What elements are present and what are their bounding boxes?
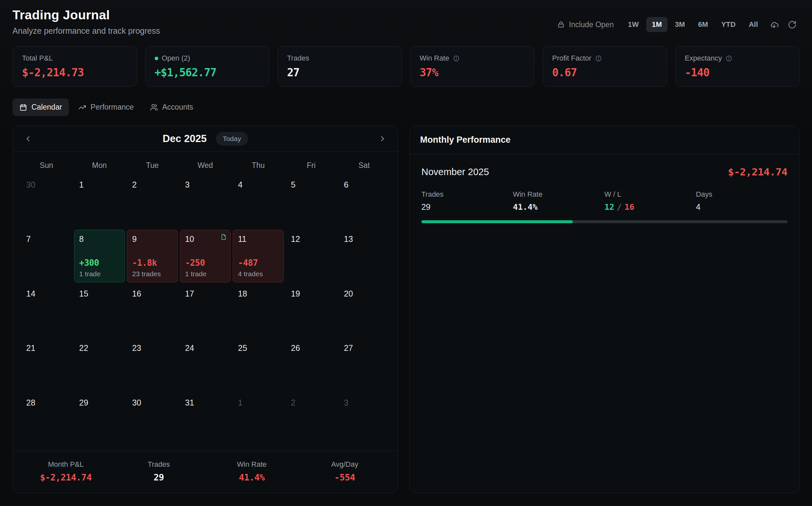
day-cell-box: 17: [180, 284, 231, 337]
day-trade-count: 1 trade: [185, 270, 226, 278]
calendar-day-cell[interactable]: 25: [232, 338, 285, 392]
include-open-toggle[interactable]: Include Open: [557, 20, 614, 29]
footer-stat-trades: Trades 29: [113, 460, 205, 483]
footer-stat-label: Trades: [113, 460, 205, 469]
day-cell-box: 23: [127, 339, 178, 391]
today-button[interactable]: Today: [216, 132, 248, 146]
day-number: 31: [185, 398, 226, 408]
stat-label: Total P&L: [22, 54, 128, 63]
day-cell-box: 16: [127, 284, 178, 337]
range-button[interactable]: YTD: [716, 17, 741, 32]
calendar-day-cell[interactable]: 8+3001 trade: [73, 229, 126, 283]
calendar-day-cell[interactable]: 24: [179, 338, 232, 392]
day-number: 29: [79, 398, 120, 408]
calendar-day-cell[interactable]: 7: [20, 229, 73, 283]
calendar-day-cell[interactable]: 30: [20, 174, 73, 229]
range-button[interactable]: 1M: [646, 17, 668, 32]
day-number: 30: [132, 398, 173, 408]
day-number: 28: [26, 398, 67, 408]
calendar-day-cell[interactable]: 11-4874 trades: [232, 229, 285, 283]
calendar-day-cell[interactable]: 27: [338, 338, 391, 392]
day-cell-box: 2: [286, 394, 337, 446]
topbar: Trading Journal Analyze performance and …: [12, 8, 800, 36]
chevron-right-icon: [379, 135, 386, 142]
day-trade-count: 4 trades: [238, 270, 278, 278]
calendar-day-cell[interactable]: 1: [232, 393, 285, 447]
calendar-day-cell[interactable]: 9-1.8k23 trades: [126, 229, 179, 283]
monthly-performance-body: November 2025 $-2,214.74 Trades 29 Win R…: [410, 154, 799, 235]
calendar-day-cell[interactable]: 26: [285, 338, 338, 392]
calendar-day-cell[interactable]: 17: [179, 283, 232, 338]
prev-month-button[interactable]: [21, 131, 36, 146]
info-icon[interactable]: [595, 55, 602, 62]
day-cell-box: 14: [21, 284, 72, 337]
calendar-day-cell[interactable]: 6: [338, 174, 391, 229]
stat-card-trades: Trades 27: [278, 46, 402, 87]
calendar-day-cell[interactable]: 19: [285, 283, 338, 338]
day-number: 14: [26, 289, 67, 299]
range-button[interactable]: 6M: [692, 17, 714, 32]
calendar-day-cell[interactable]: 21: [20, 338, 73, 392]
calendar-day-cell[interactable]: 10-2501 trade: [179, 229, 232, 283]
wl-separator: /: [614, 202, 624, 212]
day-cell-box: 21: [21, 339, 72, 391]
content-area: Dec 2025 Today Sun Mon Tue Wed Thu Fri S…: [12, 126, 800, 493]
tab-accounts[interactable]: Accounts: [143, 98, 200, 116]
day-number: 20: [344, 289, 384, 299]
range-button[interactable]: All: [743, 17, 763, 32]
tab-label: Calendar: [31, 103, 62, 112]
tab-performance[interactable]: Performance: [71, 98, 141, 116]
info-icon[interactable]: [726, 55, 732, 62]
stat-label-text: Open (2): [162, 54, 190, 63]
next-month-button[interactable]: [375, 131, 390, 146]
calendar-day-cell[interactable]: 3: [338, 393, 391, 447]
wl-wins: 12: [604, 202, 614, 212]
calendar-day-cell[interactable]: 29: [73, 393, 126, 447]
day-cell-box: 28: [21, 394, 72, 446]
calendar-day-cell[interactable]: 3: [179, 174, 232, 229]
stat-card-expectancy: Expectancy -140: [675, 46, 800, 87]
monthly-stat-value: 12/16: [604, 202, 696, 212]
weekday-label: Wed: [179, 161, 232, 170]
footer-stat-value: 29: [113, 472, 205, 483]
range-button[interactable]: 3M: [669, 17, 691, 32]
day-cell-box: 11-4874 trades: [233, 230, 284, 282]
calendar-header: Dec 2025 Today: [13, 126, 398, 152]
calendar-day-cell[interactable]: 12: [285, 229, 338, 283]
calendar-day-cell[interactable]: 20: [338, 283, 391, 338]
calendar-day-cell[interactable]: 2: [285, 393, 338, 447]
users-icon: [150, 103, 158, 111]
day-number: 5: [291, 180, 332, 189]
calendar-day-cell[interactable]: 5: [285, 174, 338, 229]
info-icon[interactable]: [453, 55, 460, 62]
calendar-day-cell[interactable]: 18: [232, 283, 285, 338]
calendar-day-cell[interactable]: 1: [73, 174, 126, 229]
day-number: 9: [132, 234, 173, 244]
calendar-day-cell[interactable]: 4: [232, 174, 285, 229]
day-number: 7: [26, 234, 67, 244]
monthly-stat-win-rate: Win Rate 41.4%: [513, 190, 604, 212]
refresh-button[interactable]: [785, 17, 800, 32]
calendar-day-cell[interactable]: 23: [126, 338, 179, 392]
day-pnl-value: -487: [238, 258, 278, 268]
calendar-day-cell[interactable]: 16: [126, 283, 179, 338]
tab-calendar[interactable]: Calendar: [12, 98, 69, 116]
monthly-stat-value: 4: [696, 202, 788, 212]
day-number: 3: [344, 398, 384, 408]
monthly-stat-trades: Trades 29: [421, 190, 513, 212]
monthly-stats-grid: Trades 29 Win Rate 41.4% W / L 12/16: [421, 190, 788, 212]
download-button[interactable]: [767, 17, 782, 32]
calendar-day-cell[interactable]: 13: [338, 229, 391, 283]
calendar-day-cell[interactable]: 22: [73, 338, 126, 392]
calendar-day-cell[interactable]: 31: [179, 393, 232, 447]
calendar-day-cell[interactable]: 15: [73, 283, 126, 338]
tab-label: Performance: [90, 103, 134, 112]
calendar-day-cell[interactable]: 28: [20, 393, 73, 447]
day-number: 2: [291, 398, 332, 408]
calendar-day-cell[interactable]: 30: [126, 393, 179, 447]
calendar-day-cell[interactable]: 14: [20, 283, 73, 338]
range-button[interactable]: 1W: [622, 17, 644, 32]
calendar-day-cell[interactable]: 2: [126, 174, 179, 229]
weekday-label: Sat: [338, 161, 391, 170]
day-cell-box: 3: [180, 175, 231, 228]
